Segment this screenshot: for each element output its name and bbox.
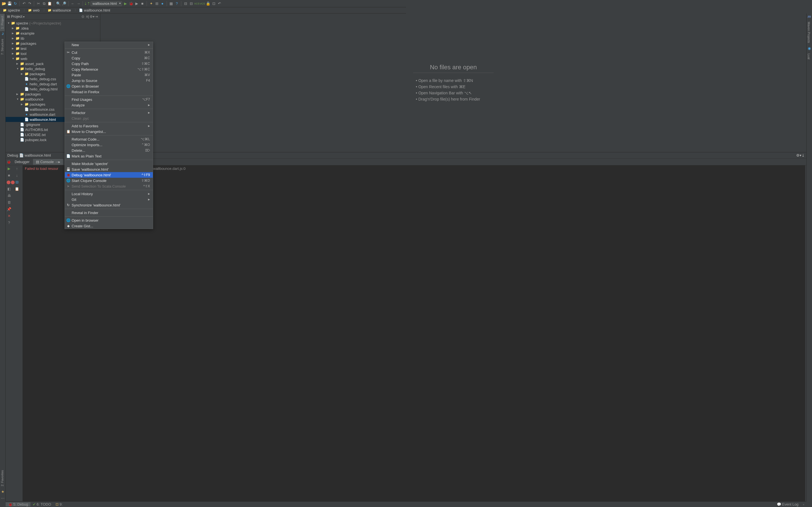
crumb-1[interactable]: 📁web <box>22 8 42 13</box>
dbg-icon-4[interactable]: ◧ <box>6 187 11 192</box>
menu-item[interactable]: Analyze▶ <box>65 102 153 108</box>
step-down-icon[interactable]: ↓ <box>14 173 19 178</box>
breadcrumb: 📁spectre 📁web 📁wallbounce 📄wallbounce.ht… <box>0 7 406 13</box>
collapse-icon[interactable]: ≡| <box>85 15 90 18</box>
menu-item[interactable]: Paste⌘V <box>65 72 153 78</box>
save-icon[interactable]: 💾 <box>7 1 12 6</box>
dbg2-icon-4[interactable]: 📋 <box>14 187 19 192</box>
crumb-2[interactable]: 📁wallbounce <box>42 8 73 13</box>
menu-item[interactable]: 🌐Start Clojure Console⇧⌘D <box>65 178 153 183</box>
step-up-icon[interactable]: ↑ <box>14 166 19 172</box>
tree-item[interactable]: ▶📁lib <box>6 36 100 41</box>
menu-item[interactable]: Git▶ <box>65 196 153 202</box>
debug-side-actions: ▶ ■ ⬤⬤ ◧ 🖶 🗑 📌 ✕ ? <box>6 165 12 253</box>
open-icon[interactable]: 📂 <box>2 1 6 6</box>
project-header: ▤ Project▾ ⊙ ≡| ⚙▾ ⇥ <box>6 13 100 20</box>
stop-icon[interactable]: ■ <box>140 1 145 6</box>
context-menu[interactable]: New▶✂Cut⌘XCopy⌘CCopy Path⇧⌘CCopy Referen… <box>64 42 153 229</box>
tree-item[interactable]: ▶📁.idea <box>6 25 100 31</box>
run-icon[interactable]: ▶ <box>123 1 128 6</box>
dbg-icon-8[interactable]: ✕ <box>6 214 11 219</box>
menu-item[interactable]: Optimize Imports...⌃⌘O <box>65 142 153 148</box>
menu-item[interactable]: 🌐Open in Browser <box>65 83 153 89</box>
debug-side-actions-2: ↑ ↓ ⊟ 📋 <box>13 165 20 253</box>
main-toolbar: 📂 💾 ↻ ↶ ↷ ✂ ⧉ 📋 🔍 🔎 ← → ⇣⇡ wallbounce.ht… <box>0 0 406 7</box>
menu-item[interactable]: Make Module 'spectre' <box>65 161 153 166</box>
tool-icon-6[interactable]: ⊟ <box>189 1 193 6</box>
run-config-combo[interactable]: wallbounce.html <box>91 1 122 6</box>
tool-icon-9[interactable]: ↶ <box>217 1 221 6</box>
menu-item: ➤Send Selection To Scala Console^⇧X <box>65 183 153 189</box>
menu-item[interactable]: 💾Save 'wallbounce.html' <box>65 166 153 172</box>
crumb-3[interactable]: 📄wallbounce.html <box>73 8 112 13</box>
vcs-icon-1[interactable]: VCS <box>195 1 199 6</box>
dbg-icon-5[interactable]: 🖶 <box>6 193 11 199</box>
debug-icon[interactable]: 🐞 <box>129 1 133 6</box>
dbg-icon-7[interactable]: 📌 <box>6 207 11 212</box>
crumb-0[interactable]: 📁spectre <box>2 8 22 12</box>
dbg-icon-6[interactable]: 🗑 <box>6 200 11 205</box>
tool-icon-1[interactable]: ✦ <box>149 1 153 6</box>
menu-item: Clean .pyc <box>65 115 153 121</box>
project-title[interactable]: Project▾ <box>11 14 81 18</box>
rail-j-icon[interactable]: J <box>0 31 5 37</box>
stop-debug-icon[interactable]: ■ <box>6 173 11 178</box>
menu-item[interactable]: ↻Synchronize 'wallbounce.html' <box>65 202 153 208</box>
coverage-icon[interactable]: ▶ <box>135 1 139 6</box>
cut-icon[interactable]: ✂ <box>36 1 41 6</box>
menu-item[interactable]: Copy Reference⌥⇧⌘C <box>65 66 153 72</box>
menu-item[interactable]: Copy Path⇧⌘C <box>65 61 153 66</box>
make-icon[interactable]: ⇣⇡ <box>85 1 89 6</box>
menu-item[interactable]: ◆Create Gist... <box>65 223 153 229</box>
menu-item[interactable]: Reload in Firefox <box>65 89 153 95</box>
menu-item[interactable]: Find Usages⌥F7 <box>65 97 153 102</box>
replace-icon[interactable]: 🔎 <box>62 1 66 6</box>
find-icon[interactable]: 🔍 <box>56 1 61 6</box>
debug-header-title: Debug 📄 wallbounce.html <box>7 153 51 158</box>
tab-debugger[interactable]: Debugger <box>12 159 33 165</box>
tool-icon-4[interactable]: ▦ <box>169 1 173 6</box>
menu-item[interactable]: Jump to SourceF4 <box>65 78 153 83</box>
vcs-icon-2[interactable]: VCS <box>200 1 205 6</box>
dbg-icon-9[interactable]: ? <box>6 221 11 226</box>
menu-item[interactable]: 🌐Open in browser <box>65 217 153 223</box>
tool-icon-7[interactable]: 🔒 <box>206 1 210 6</box>
tool-icon-5[interactable]: ⊟ <box>183 1 188 6</box>
sync-icon[interactable]: ↻ <box>13 1 17 6</box>
debug-bug-icon: 🐞 <box>6 160 12 164</box>
paste-icon[interactable]: 📋 <box>47 1 52 6</box>
menu-item[interactable]: Copy⌘C <box>65 55 153 61</box>
copy-icon[interactable]: ⧉ <box>42 1 46 6</box>
tool-icon-3[interactable]: ● <box>160 1 165 6</box>
menu-item[interactable]: 📋Move to Changelist... <box>65 129 153 134</box>
redo-icon[interactable]: ↷ <box>28 1 32 6</box>
menu-item[interactable]: Add to Favorites▶ <box>65 123 153 129</box>
dbg2-icon-3[interactable]: ⊟ <box>14 180 19 185</box>
forward-icon[interactable]: → <box>76 1 81 6</box>
menu-item[interactable]: Refactor▶ <box>65 110 153 115</box>
menu-item[interactable]: 📄Mark as Plain Text <box>65 153 153 159</box>
rail-structure[interactable]: 7: Structure <box>0 37 4 57</box>
menu-item[interactable]: Reveal in Finder <box>65 210 153 216</box>
back-icon[interactable]: ← <box>70 1 75 6</box>
settings-icon[interactable]: ⚙▾ <box>90 15 94 18</box>
hide-icon[interactable]: ⇥ <box>94 15 99 18</box>
scroll-to-icon[interactable]: ⊙ <box>81 15 85 18</box>
tree-item[interactable]: ▶📁example <box>6 31 100 36</box>
rail-project[interactable]: 1: Project <box>0 13 4 31</box>
menu-item[interactable]: Delete...⌦ <box>65 148 153 153</box>
tool-icon-2[interactable]: ⊞ <box>154 1 159 6</box>
tab-console[interactable]: ▤Console →▸ <box>33 159 63 165</box>
tree-item[interactable]: ▼📁spectre(~/Projects/spectre) <box>6 20 100 25</box>
rerun-icon[interactable]: ▶ <box>6 166 11 172</box>
undo-icon[interactable]: ↶ <box>22 1 26 6</box>
menu-item[interactable]: Local History▶ <box>65 191 153 196</box>
menu-item[interactable]: ✂Cut⌘X <box>65 50 153 55</box>
tool-icon-8[interactable]: ⊡ <box>211 1 216 6</box>
menu-item[interactable]: New▶ <box>65 42 153 48</box>
help-icon[interactable]: ? <box>174 1 179 6</box>
left-tool-rail: 1: Project J 7: Structure 2: Favorites ★… <box>0 13 6 253</box>
breakpoints-icon[interactable]: ⬤⬤ <box>6 180 11 185</box>
menu-item[interactable]: Reformat Code...⌥⌘L <box>65 136 153 142</box>
menu-item[interactable]: 🐞Debug 'wallbounce.html'^⇧F9 <box>65 172 153 178</box>
